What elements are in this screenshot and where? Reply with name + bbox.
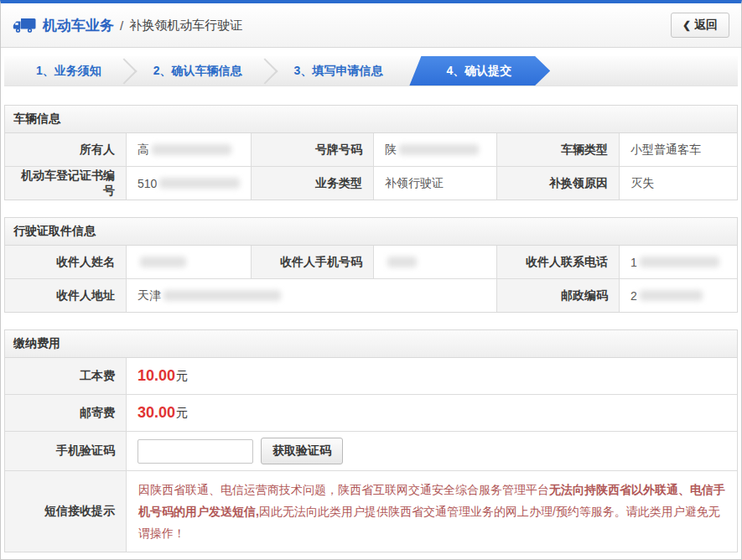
recipient-name-value [126,246,251,278]
table-row: 收件人姓名 收件人手机号码 收件人联系电话 1 [5,246,737,278]
recipient-phone-value: 1 [619,246,737,278]
production-fee-label: 工本费 [5,358,126,394]
back-button-label: 返回 [694,18,718,33]
postage-fee-unit: 元 [176,406,188,421]
recipient-mobile-label: 收件人手机号码 [251,246,373,278]
table-row: 收件人地址 天津 邮政编码 2 [5,278,737,312]
business-type-value: 补领行驶证 [373,167,496,200]
back-button[interactable]: ❮ 返回 [671,13,729,38]
redacted-value [387,257,417,267]
table-row: 工本费 10.00 元 [5,358,737,394]
fees-title: 缴纳费用 [5,330,737,358]
plate-number-value: 陕 [373,133,496,166]
business-type-label: 业务类型 [251,167,373,200]
redacted-value [399,144,479,155]
recipient-name-label: 收件人姓名 [5,246,126,278]
replacement-reason-value: 灭失 [619,167,737,200]
redacted-value [163,290,281,301]
chevron-left-icon: ❮ [682,19,691,31]
sms-notice-label: 短信接收提示 [5,471,126,552]
postage-fee-amount: 30.00 [138,404,175,422]
redacted-value [152,144,231,155]
breadcrumb-separator: / [120,18,123,33]
step-4-confirm-submit-active: 4、确认提交 [409,56,550,86]
breadcrumb-current: 补换领机动车行驶证 [129,18,242,34]
postage-fee-value: 30.00 元 [126,395,737,431]
plate-number-label: 号牌号码 [251,133,373,166]
recipient-phone-label: 收件人联系电话 [496,246,619,278]
vehicle-info-panel: 车辆信息 所有人 高 号牌号码 陕 车辆类型 小型普通客车 机动车登记证书编号 … [4,105,738,200]
table-row: 机动车登记证书编号 510 业务类型 补领行驶证 补换领原因 灭失 [5,166,737,200]
recipient-mobile-value [373,246,496,278]
production-fee-unit: 元 [176,369,188,384]
production-fee-value: 10.00 元 [126,358,737,394]
table-row: 邮寄费 30.00 元 [5,394,737,431]
sms-code-label: 手机验证码 [5,432,126,470]
sms-notice-text: 因陕西省联通、电信运营商技术问题，陕西省互联网交通安全综合服务管理平台无法向持陕… [138,479,725,544]
replacement-reason-label: 补换领原因 [496,167,619,200]
redacted-value [140,257,186,267]
recipient-address-label: 收件人地址 [5,279,126,312]
table-row: 手机验证码 获取验证码 [5,431,737,470]
step-3-label: 3、填写申请信息 [294,64,383,79]
owner-label: 所有人 [5,133,126,166]
registration-cert-no-label: 机动车登记证书编号 [5,167,126,200]
page: 机动车业务 / 补换领机动车行驶证 ❮ 返回 1、业务须知 2、确认车辆信息 3… [0,0,742,560]
vehicle-info-title: 车辆信息 [5,106,737,133]
redacted-value [159,178,240,189]
truck-icon [13,17,36,34]
postcode-value: 2 [619,279,737,312]
vehicle-type-value: 小型普通客车 [619,133,737,166]
fees-panel: 缴纳费用 工本费 10.00 元 邮寄费 30.00 元 手机验证码 [4,329,738,552]
postage-fee-label: 邮寄费 [5,395,126,431]
redacted-value [640,257,719,267]
production-fee-amount: 10.00 [138,367,175,385]
sms-notice-cell: 因陕西省联通、电信运营商技术问题，陕西省互联网交通安全综合服务管理平台无法向持陕… [126,471,737,552]
table-row: 所有人 高 号牌号码 陕 车辆类型 小型普通客车 [5,133,737,166]
registration-cert-no-value: 510 [126,167,251,200]
table-row: 短信接收提示 因陕西省联通、电信运营商技术问题，陕西省互联网交通安全综合服务管理… [5,470,737,552]
pickup-info-title: 行驶证取件信息 [5,218,737,246]
step-4-label: 4、确认提交 [446,64,511,79]
postcode-label: 邮政编码 [496,279,619,312]
get-sms-code-button[interactable]: 获取验证码 [261,438,343,464]
sms-code-cell: 获取验证码 [126,432,737,470]
step-nav: 1、业务须知 2、确认车辆信息 3、填写申请信息 4、确认提交 [4,56,738,86]
step-3-fill-application: 3、填写申请信息 [262,56,415,86]
page-header: 机动车业务 / 补换领机动车行驶证 ❮ 返回 [1,3,741,48]
sms-code-input[interactable] [138,439,253,464]
vehicle-type-label: 车辆类型 [496,133,619,166]
step-1-label: 1、业务须知 [36,64,101,79]
pickup-info-panel: 行驶证取件信息 收件人姓名 收件人手机号码 收件人联系电话 1 收件人地址 天津 [4,217,738,313]
redacted-value [640,290,703,301]
page-title: 机动车业务 [43,16,114,35]
main-content: 车辆信息 所有人 高 号牌号码 陕 车辆类型 小型普通客车 机动车登记证书编号 … [1,86,741,560]
step-2-label: 2、确认车辆信息 [153,64,242,79]
recipient-address-value: 天津 [126,279,496,312]
owner-value: 高 [126,133,251,166]
